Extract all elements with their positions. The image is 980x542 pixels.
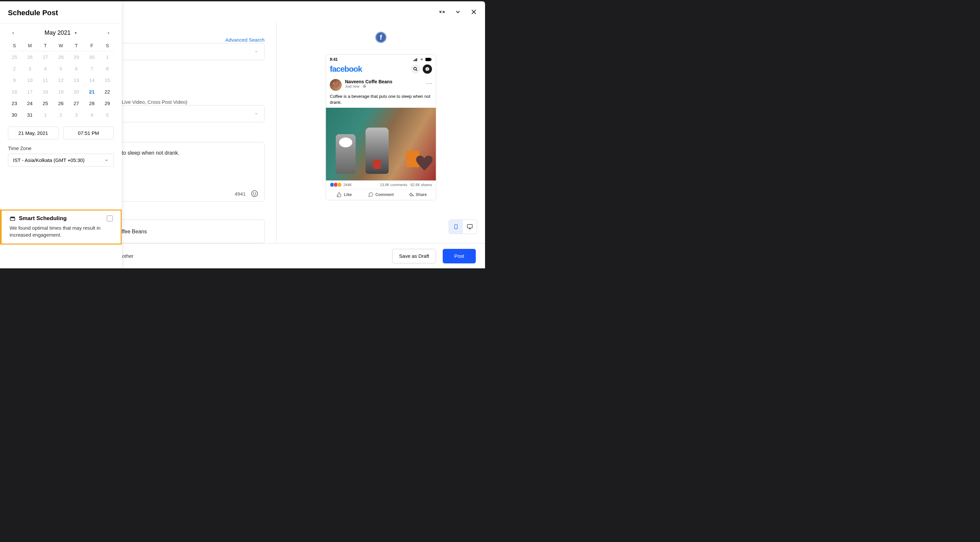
calendar-day[interactable]: 15 [100, 75, 115, 86]
calendar-day[interactable]: 31 [22, 109, 38, 121]
minimize-icon[interactable] [439, 9, 445, 15]
fb-app-header: facebook [326, 63, 436, 77]
smart-scheduling-checkbox[interactable] [107, 216, 113, 221]
calendar-day[interactable]: 22 [100, 86, 115, 97]
calendar-day[interactable]: 3 [22, 63, 38, 75]
post-header: 🤎 Naveens Coffe Beans Just now· ⋯ [326, 77, 436, 93]
calendar-day[interactable]: 1 [100, 51, 115, 63]
calendar-dow: S [6, 40, 22, 51]
calendar-day[interactable]: 14 [84, 75, 100, 86]
collapse-icon[interactable] [455, 9, 461, 15]
body-visible-fragment: to sleep when not drank. [122, 150, 179, 156]
calendar-day[interactable]: 13 [68, 75, 84, 86]
chevron-left-icon [11, 31, 15, 35]
chevron-down-icon [254, 112, 258, 116]
smart-scheduling-desc: We found optimal times that may result i… [10, 224, 113, 238]
calendar-day[interactable]: 5 [100, 109, 115, 121]
svg-rect-7 [415, 59, 416, 61]
facebook-logo: facebook [330, 64, 362, 74]
timezone-select[interactable]: IST - Asia/Kolkata (GMT +05:30) [8, 154, 114, 167]
emoji-icon[interactable] [251, 190, 258, 197]
thumbs-up-icon [337, 192, 342, 197]
calendar-day[interactable]: 2 [53, 109, 69, 121]
calendar-dow: M [22, 40, 38, 51]
calendar-day[interactable]: 28 [84, 97, 100, 109]
calendar-day[interactable]: 8 [100, 63, 115, 75]
engagement-row: 244K 13.8K comments 62.6K shares [326, 180, 436, 189]
calendar-day[interactable]: 27 [68, 97, 84, 109]
next-month-button[interactable] [105, 30, 112, 37]
calendar-day[interactable]: 11 [38, 75, 53, 86]
svg-rect-16 [468, 224, 473, 228]
calendar-day[interactable]: 4 [84, 109, 100, 121]
svg-point-11 [414, 67, 416, 70]
comment-button: Comment [363, 189, 399, 200]
calendar-day[interactable]: 2 [6, 63, 22, 75]
chevron-right-icon [107, 31, 110, 35]
svg-rect-10 [431, 59, 432, 60]
prev-month-button[interactable] [10, 30, 16, 37]
video-hint-text: Live Video, Cross Post Video) [122, 99, 188, 105]
share-button: Share [399, 189, 436, 200]
post-button[interactable]: Post [443, 249, 476, 264]
like-button: Like [326, 189, 363, 200]
haha-reaction-icon [337, 183, 342, 187]
mobile-preview-button[interactable] [449, 220, 463, 234]
schedule-panel: Schedule Post May 2021 SMTWTFS 252627282… [0, 1, 122, 269]
calendar-day[interactable]: 12 [53, 75, 69, 86]
calendar-day[interactable]: 30 [84, 51, 100, 63]
reactions-count: 244K [344, 183, 352, 187]
calendar-day[interactable]: 16 [6, 86, 22, 97]
calendar-day[interactable]: 1 [38, 109, 53, 121]
calendar-day[interactable]: 21 [84, 86, 100, 97]
smart-scheduling-title: Smart Scheduling [19, 215, 67, 222]
calendar-day[interactable]: 7 [84, 63, 100, 75]
calendar-day[interactable]: 29 [68, 51, 84, 63]
close-icon[interactable] [471, 9, 477, 15]
desktop-icon [466, 224, 474, 230]
share-icon [408, 192, 414, 197]
svg-rect-9 [426, 58, 431, 61]
save-draft-button[interactable]: Save as Draft [392, 249, 436, 264]
calendar-day[interactable]: 20 [68, 86, 84, 97]
calendar-dow: T [68, 40, 84, 51]
date-input[interactable]: 21 May, 2021 [8, 127, 59, 140]
calendar-day[interactable]: 6 [68, 63, 84, 75]
calendar-day[interactable]: 3 [68, 109, 84, 121]
calendar-day[interactable]: 30 [6, 109, 22, 121]
more-icon: ⋯ [426, 79, 432, 87]
calendar-day[interactable]: 28 [53, 51, 69, 63]
calendar-day[interactable]: 24 [22, 97, 38, 109]
calendar-dow: W [53, 40, 69, 51]
fb-search-icon [411, 64, 420, 74]
svg-rect-6 [415, 59, 415, 61]
calendar-day[interactable]: 5 [53, 63, 69, 75]
calendar-day[interactable]: 19 [53, 86, 69, 97]
calendar-day[interactable]: 23 [6, 97, 22, 109]
advanced-search-link[interactable]: Advanced Search [226, 37, 264, 43]
chevron-down-icon [254, 49, 258, 54]
time-input[interactable]: 07:51 PM [63, 127, 114, 140]
calendar-day[interactable]: 26 [53, 97, 69, 109]
calendar-day[interactable]: 17 [22, 86, 38, 97]
calendar-day[interactable]: 27 [38, 51, 53, 63]
calendar-day[interactable]: 26 [22, 51, 38, 63]
shares-count: 62.6K shares [410, 183, 432, 187]
smart-scheduling-box: Smart Scheduling We found optimal times … [0, 210, 122, 245]
page-name: Naveens Coffe Beans [345, 79, 423, 84]
calendar-day[interactable]: 18 [38, 86, 53, 97]
calendar-day[interactable]: 9 [6, 75, 22, 86]
calendar-day[interactable]: 10 [22, 75, 38, 86]
calendar-icon [10, 216, 16, 221]
post-image [326, 108, 436, 180]
desktop-preview-button[interactable] [463, 220, 477, 234]
device-toggle [449, 219, 477, 234]
month-selector[interactable]: May 2021 [44, 29, 77, 37]
calendar-day[interactable]: 25 [6, 51, 22, 63]
calendar-day[interactable]: 29 [100, 97, 115, 109]
facebook-channel-badge[interactable]: f [375, 32, 387, 43]
calendar-day[interactable]: 4 [38, 63, 53, 75]
svg-marker-21 [75, 32, 77, 34]
calendar-day[interactable]: 25 [38, 97, 53, 109]
signal-icon [414, 58, 418, 61]
